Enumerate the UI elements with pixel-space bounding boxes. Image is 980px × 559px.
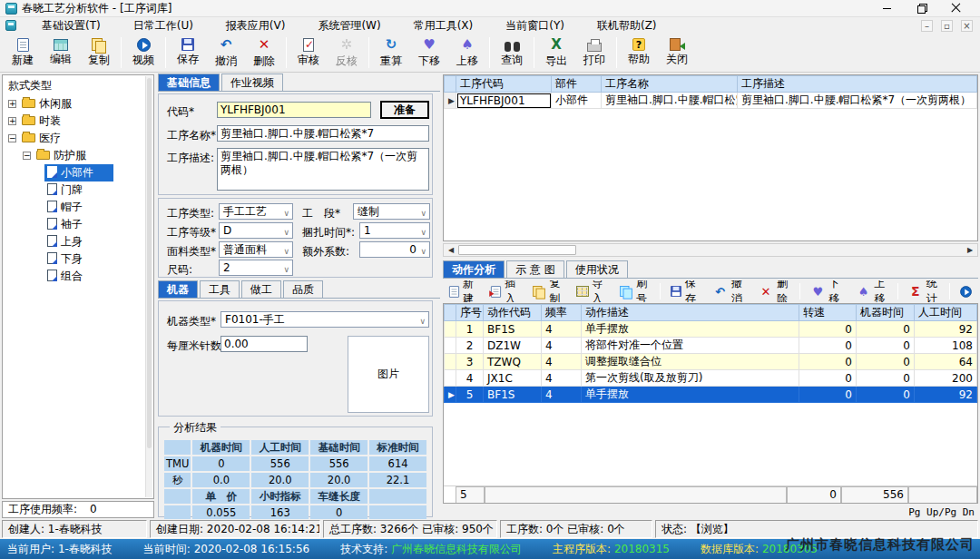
tree-scrollbar[interactable] — [145, 76, 152, 497]
menu-system[interactable]: 系统管理(W) — [307, 18, 391, 34]
stitch-count-input[interactable]: 0.00 — [220, 336, 308, 352]
sidebar-item-lower-body[interactable]: 下身 — [3, 250, 153, 268]
process-type-select[interactable]: 手工工艺 — [219, 203, 293, 220]
action-delete-button[interactable]: ✕删除 — [752, 281, 796, 301]
close-icon[interactable] — [951, 3, 962, 14]
tab-action-analysis[interactable]: 动作分析 — [443, 260, 505, 278]
help-button[interactable]: ?帮助 — [620, 34, 658, 71]
reverse-audit-icon: ✲ — [338, 37, 355, 53]
mdi-restore-icon[interactable]: ▫ — [941, 20, 953, 32]
mdi-close-icon[interactable]: × — [961, 20, 973, 32]
collapse-icon[interactable]: − — [8, 134, 16, 142]
edit-button[interactable]: 编辑 — [42, 34, 80, 71]
mdi-minimize-icon[interactable]: – — [921, 20, 933, 32]
grade-select[interactable]: D — [219, 222, 293, 239]
recalculate-button[interactable]: ↻重算 — [372, 34, 410, 71]
menu-basic-settings[interactable]: 基础设置(T) — [31, 18, 112, 34]
fabric-type-select[interactable]: 普通面料 — [219, 241, 293, 258]
minimize-icon[interactable] — [882, 3, 893, 14]
process-code-cell[interactable]: YLFHFBJ001 — [456, 93, 552, 109]
sidebar-item-sleeve[interactable]: 袖子 — [3, 216, 153, 233]
action-insert-button[interactable]: 插入 — [485, 281, 524, 301]
menu-help[interactable]: 联机帮助(Z) — [586, 18, 668, 34]
tab-quality[interactable]: 品质 — [283, 280, 323, 298]
action-stats-button[interactable]: Σ统计 — [902, 281, 946, 301]
scroll-left-icon[interactable]: ◀ — [445, 245, 457, 255]
tab-workmanship[interactable]: 做工 — [241, 280, 281, 298]
process-name-input[interactable]: 剪里袖口.脚口.中腰.帽口松紧*7 — [217, 125, 429, 142]
export-button[interactable]: X导出 — [537, 34, 575, 71]
close-window-button[interactable]: 关闭 — [658, 34, 696, 71]
new-button[interactable]: 新建 — [4, 34, 42, 71]
action-undo-button[interactable]: ↶撤消 — [707, 281, 750, 301]
action-row[interactable]: 2 DZ1W 4 将部件对准一个位置 0 0 108 — [445, 338, 977, 354]
action-video-button[interactable] — [954, 281, 978, 301]
sidebar-item-upper-body[interactable]: 上身 — [3, 233, 153, 250]
menu-tools[interactable]: 常用工具(X) — [403, 18, 485, 34]
sidebar-item-small-parts[interactable]: 小部件 — [3, 164, 153, 181]
scroll-right-icon[interactable]: ▶ — [964, 245, 976, 255]
tab-work-video[interactable]: 作业视频 — [221, 74, 283, 91]
action-renumber-button[interactable]: 刷号 — [613, 281, 656, 301]
tab-tools[interactable]: 工具 — [200, 280, 240, 298]
move-up-button[interactable]: ♠上移 — [448, 34, 486, 71]
process-name-cell[interactable]: 剪里袖口.脚口.中腰.帽口松紧*7 — [602, 93, 738, 109]
tab-basic-info[interactable]: 基础信息 — [158, 74, 220, 91]
expand-icon[interactable]: + — [8, 117, 16, 125]
sidebar-item-hat[interactable]: 帽子 — [3, 199, 153, 216]
action-move-up-button[interactable]: ♠上移 — [850, 281, 894, 301]
tab-usage-status[interactable]: 使用状况 — [566, 260, 628, 278]
code-input[interactable]: YLFHFBJ001 — [217, 102, 371, 118]
sidebar-item-casual[interactable]: +休闲服 — [3, 95, 153, 113]
save-button[interactable]: 保存 — [169, 34, 207, 71]
bundle-time-label: 捆扎时间*: — [302, 225, 355, 240]
process-desc-cell[interactable]: 剪里袖口.脚口.中腰.帽口松紧*7（一次剪两根） — [738, 93, 977, 109]
print-button[interactable]: 打印 — [575, 34, 613, 71]
tab-diagram[interactable]: 示 意 图 — [506, 260, 564, 278]
sidebar-item-fashion[interactable]: +时装 — [3, 113, 153, 130]
expand-icon[interactable]: + — [8, 100, 16, 108]
scrollbar-thumb[interactable] — [458, 245, 576, 255]
action-move-down-button[interactable]: ♥下移 — [804, 281, 848, 301]
undo-button[interactable]: ↶撤消 — [207, 34, 245, 71]
toolbar-separator — [165, 37, 166, 68]
menu-daily-work[interactable]: 日常工作(U) — [122, 18, 204, 34]
extra-factor-select[interactable]: 0 — [359, 241, 430, 258]
machine-type-select[interactable]: F0101-手工 — [220, 311, 429, 328]
collapse-icon[interactable]: − — [23, 152, 31, 160]
sidebar-item-doorplate[interactable]: 门牌 — [3, 181, 153, 199]
stage-select[interactable]: 缝制 — [353, 203, 430, 220]
sidebar-item-protective[interactable]: −防护服 — [3, 147, 153, 164]
menu-current-window[interactable]: 当前窗口(Y) — [495, 18, 575, 34]
ready-button[interactable]: 准备 — [380, 101, 429, 119]
tab-machine[interactable]: 机器 — [158, 280, 198, 298]
action-row[interactable]: 1 BF1S 4 单手摆放 0 0 92 — [445, 321, 977, 338]
process-name-label: 工序名称* — [167, 128, 216, 143]
video-button[interactable]: 视频 — [124, 34, 162, 71]
stage-label: 工 段* — [302, 206, 340, 221]
process-row[interactable]: ▶ YLFHFBJ001 小部件 剪里袖口.脚口.中腰.帽口松紧*7 剪里袖口.… — [445, 93, 977, 109]
action-row[interactable]: 3 TZWQ 4 调整握取缝合位 0 0 64 — [445, 354, 977, 370]
size-select[interactable]: 2 — [219, 260, 293, 276]
restore-icon[interactable] — [916, 3, 927, 14]
process-horizontal-scrollbar[interactable]: ◀ ▶ — [443, 243, 978, 257]
menu-reports[interactable]: 报表应用(V) — [215, 18, 297, 34]
action-save-button[interactable]: 保存 — [664, 281, 705, 301]
query-button[interactable]: 查询 — [493, 34, 531, 71]
sidebar-item-combo[interactable]: 组合 — [3, 268, 153, 285]
action-row[interactable]: 4 JX1C 4 第一次剪线(取及放剪刀) 0 0 200 — [445, 370, 977, 387]
copy-button[interactable]: 复制 — [80, 34, 118, 71]
action-import-button[interactable]: 导入 — [571, 281, 612, 301]
action-new-button[interactable]: 新建 — [443, 281, 483, 301]
action-copy-button[interactable]: 复制 — [526, 281, 569, 301]
sidebar-item-medical[interactable]: −医疗 — [3, 130, 153, 147]
action-row-selected[interactable]: ▶ 5 BF1S 4 单手摆放 0 0 92 — [445, 387, 977, 403]
folder-icon — [22, 116, 35, 125]
process-desc-textarea[interactable]: 剪里袖口.脚口.中腰.帽口松紧*7（一次剪两根） — [217, 148, 429, 191]
part-cell[interactable]: 小部件 — [552, 93, 602, 109]
audit-button[interactable]: 审核 — [289, 34, 328, 71]
move-down-button[interactable]: ♥下移 — [410, 34, 448, 71]
delete-button[interactable]: ✕删除 — [245, 34, 283, 71]
bundle-time-select[interactable]: 1 — [359, 222, 430, 239]
move-down-icon: ♥ — [809, 284, 826, 299]
